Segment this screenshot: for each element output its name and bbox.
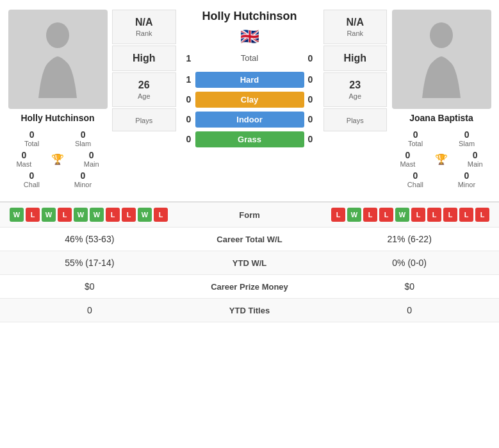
player2-main: 0 Main	[468, 150, 483, 168]
player2-age-box: 23 Age	[323, 72, 388, 107]
player2-stats-row1: 0 Total 0 Slam	[390, 129, 493, 147]
career-wl-label: Career Total W/L	[170, 235, 330, 244]
player2-photo	[392, 10, 491, 109]
indoor-badge: Indoor	[195, 112, 304, 128]
player1-silhouette	[32, 21, 83, 98]
grass-row: 0 Grass 0	[183, 131, 317, 147]
form-badge-p1: W	[90, 208, 104, 222]
player1-name: Holly Hutchinson	[20, 113, 94, 123]
ytd-wl-left: 55% (17-14)	[10, 258, 170, 268]
form-row: WLWLWWLLWL Form LWLLWLLLLL	[0, 203, 499, 228]
prize-right: $0	[329, 281, 489, 292]
form-badge-p1: W	[74, 208, 88, 222]
player1-minor: 0 Minor	[74, 170, 92, 188]
player1-main: 0 Main	[84, 150, 99, 168]
hard-row: 1 Hard 0	[183, 72, 317, 88]
ytd-wl-row: 55% (17-14) YTD W/L 0% (0-0)	[0, 251, 499, 275]
form-badge-p2: L	[379, 208, 393, 222]
player2-stats: 0 Total 0 Slam 0 Mast 🏆 0	[390, 127, 493, 188]
player1-rank-box: N/A Rank	[112, 10, 176, 44]
player2-stats-row3: 0 Chall 0 Minor	[390, 170, 493, 188]
form-badge-p1: L	[154, 208, 168, 222]
player1-age-box: 26 Age	[112, 72, 176, 107]
form-badge-p2: W	[395, 208, 409, 222]
form-badge-p2: W	[347, 208, 361, 222]
main-container: Holly Hutchinson 0 Total 0 Slam 0 Mast	[0, 0, 499, 322]
form-badge-p1: L	[58, 208, 72, 222]
prize-label: Career Prize Money	[170, 282, 330, 292]
player1-photo	[8, 10, 108, 109]
career-wl-left: 46% (53-63)	[10, 234, 170, 244]
player1-level-box: High	[112, 46, 176, 71]
form-badge-p2: L	[411, 208, 425, 222]
player1-mast: 0 Mast	[16, 150, 31, 168]
svg-point-0	[46, 22, 69, 48]
ytd-titles-row: 0 YTD Titles 0	[0, 299, 499, 322]
player2-total: 0 Total	[408, 129, 423, 147]
player2-card: Joana Baptista 0 Total 0 Slam 0 Mast	[390, 10, 493, 188]
trophy-icon-right: 🏆	[435, 153, 448, 165]
player1-stats: 0 Total 0 Slam 0 Mast 🏆 0	[6, 127, 109, 188]
form-badge-p2: L	[459, 208, 473, 222]
career-wl-right: 21% (6-22)	[329, 234, 489, 244]
player2-form-badges: LWLLWLLLLL	[275, 208, 490, 222]
form-badge-p1: L	[106, 208, 120, 222]
player1-name-center: Holly Hutchinson	[202, 10, 297, 24]
player2-name: Joana Baptista	[409, 113, 473, 123]
player1-stats-row3: 0 Chall 0 Minor	[6, 170, 109, 188]
ytd-titles-right: 0	[329, 305, 489, 315]
clay-row: 0 Clay 0	[183, 92, 317, 108]
ytd-wl-label: YTD W/L	[170, 258, 330, 268]
player2-rank-box: N/A Rank	[323, 10, 388, 44]
player1-trophy-row: 0 Mast 🏆 0 Main	[6, 150, 109, 168]
player2-mast: 0 Mast	[400, 150, 415, 168]
player2-minor: 0 Minor	[458, 170, 476, 188]
form-badge-p1: L	[122, 208, 136, 222]
center-column: Holly Hutchinson 🇬🇧 1 Total 0 1 Hard 0 0…	[179, 10, 320, 149]
player1-chall: 0 Chall	[24, 170, 40, 188]
form-label: Form	[224, 210, 275, 220]
prize-row: $0 Career Prize Money $0	[0, 275, 499, 299]
prize-left: $0	[10, 281, 170, 292]
player2-slam: 0 Slam	[459, 129, 475, 147]
players-section: Holly Hutchinson 0 Total 0 Slam 0 Mast	[0, 0, 499, 198]
player2-trophy-row: 0 Mast 🏆 0 Main	[390, 150, 493, 168]
indoor-row: 0 Indoor 0	[183, 112, 317, 128]
player1-card: Holly Hutchinson 0 Total 0 Slam 0 Mast	[6, 10, 109, 188]
player1-form-badges: WLWLWWLLWL	[10, 208, 224, 222]
player2-level-box: High	[323, 46, 388, 71]
player2-chall: 0 Chall	[407, 170, 423, 188]
career-wl-row: 46% (53-63) Career Total W/L 21% (6-22)	[0, 228, 499, 251]
ytd-titles-label: YTD Titles	[170, 306, 330, 315]
form-badge-p2: L	[443, 208, 457, 222]
form-badge-p1: W	[10, 208, 24, 222]
player1-middle-stats: N/A Rank High 26 Age Plays	[112, 10, 176, 133]
form-badge-p2: L	[363, 208, 377, 222]
form-badge-p1: W	[138, 208, 152, 222]
player2-silhouette	[416, 21, 467, 98]
total-row: 1 Total 0	[183, 53, 317, 63]
form-badge-p2: L	[427, 208, 441, 222]
form-badge-p2: L	[331, 208, 345, 222]
stats-section: WLWLWWLLWL Form LWLLWLLLLL 46% (53-63) C…	[0, 201, 499, 322]
player1-total: 0 Total	[24, 129, 39, 147]
player2-middle-stats: N/A Rank High 23 Age Plays	[323, 10, 388, 133]
player1-slam: 0 Slam	[75, 129, 91, 147]
ytd-wl-right: 0% (0-0)	[329, 258, 489, 268]
hard-badge: Hard	[195, 72, 304, 88]
clay-badge: Clay	[195, 92, 304, 108]
form-badge-p1: W	[42, 208, 56, 222]
form-badge-p1: L	[26, 208, 40, 222]
player1-stats-row1: 0 Total 0 Slam	[6, 129, 109, 147]
svg-point-1	[430, 22, 453, 48]
player2-plays-box: Plays	[323, 108, 388, 131]
grass-badge: Grass	[195, 131, 304, 147]
player1-flag: 🇬🇧	[240, 28, 259, 46]
trophy-icon-left: 🏆	[51, 153, 64, 165]
form-badge-p2: L	[475, 208, 489, 222]
player1-plays-box: Plays	[112, 108, 176, 131]
ytd-titles-left: 0	[10, 305, 170, 315]
